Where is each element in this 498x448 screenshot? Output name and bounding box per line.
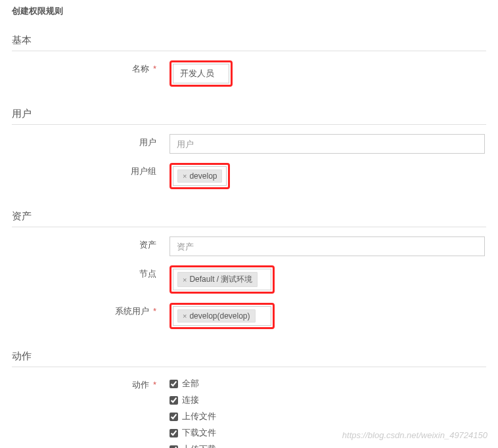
label-asset: 资产: [13, 236, 170, 251]
input-asset[interactable]: [170, 236, 485, 256]
label-name: 名称 *: [13, 60, 170, 75]
checkbox-input-updown[interactable]: [170, 445, 178, 449]
select-sysuser[interactable]: × develop(develop): [173, 306, 271, 326]
section-basic-header: 基本: [12, 22, 486, 51]
label-node: 节点: [13, 265, 170, 280]
tag-usergroup[interactable]: × develop: [177, 169, 222, 183]
section-user-header: 用户: [12, 96, 486, 125]
row-action: 动作 * 全部 连接 上传文件 下载文件: [12, 376, 486, 448]
select-node[interactable]: × Default / 测试环境: [173, 269, 271, 290]
checkbox-input-connect[interactable]: [170, 396, 178, 405]
select-usergroup[interactable]: × develop: [173, 166, 227, 186]
section-asset-header: 资产: [12, 198, 486, 227]
action-checkbox-list: 全部 连接 上传文件 下载文件 上传下载: [170, 376, 485, 448]
checkbox-input-download[interactable]: [170, 429, 178, 437]
input-name[interactable]: [173, 64, 229, 83]
row-name: 名称 *: [12, 60, 486, 87]
highlight-node: × Default / 测试环境: [170, 265, 275, 294]
permission-form: 基本 名称 * 用户 用户 用户组 × develop: [0, 22, 498, 448]
row-node: 节点 × Default / 测试环境: [12, 265, 486, 294]
checkbox-connect[interactable]: 连接: [170, 394, 485, 406]
checkbox-input-all[interactable]: [170, 380, 178, 388]
checkbox-download[interactable]: 下载文件: [170, 427, 485, 439]
checkbox-upload[interactable]: 上传文件: [170, 411, 485, 422]
close-icon[interactable]: ×: [183, 276, 187, 284]
close-icon[interactable]: ×: [183, 312, 187, 320]
checkbox-updown[interactable]: 上传下载: [170, 443, 485, 448]
tag-sysuser[interactable]: × develop(develop): [177, 309, 256, 323]
highlight-name: [170, 60, 233, 87]
label-usergroup: 用户组: [13, 163, 170, 177]
row-user: 用户: [12, 134, 486, 154]
row-sysuser: 系统用户 * × develop(develop): [12, 303, 486, 329]
row-usergroup: 用户组 × develop: [12, 163, 486, 189]
label-action: 动作 *: [13, 376, 170, 391]
section-action-header: 动作: [12, 338, 486, 367]
page-title: 创建权限规则: [0, 0, 498, 22]
close-icon[interactable]: ×: [183, 172, 187, 180]
label-user: 用户: [13, 134, 170, 148]
row-asset: 资产: [12, 236, 486, 256]
checkbox-all[interactable]: 全部: [170, 378, 485, 390]
input-user[interactable]: [170, 134, 485, 154]
highlight-usergroup: × develop: [170, 163, 230, 189]
highlight-sysuser: × develop(develop): [170, 303, 275, 329]
checkbox-input-upload[interactable]: [170, 413, 178, 421]
label-sysuser: 系统用户 *: [13, 303, 170, 317]
tag-node[interactable]: × Default / 测试环境: [177, 272, 258, 287]
